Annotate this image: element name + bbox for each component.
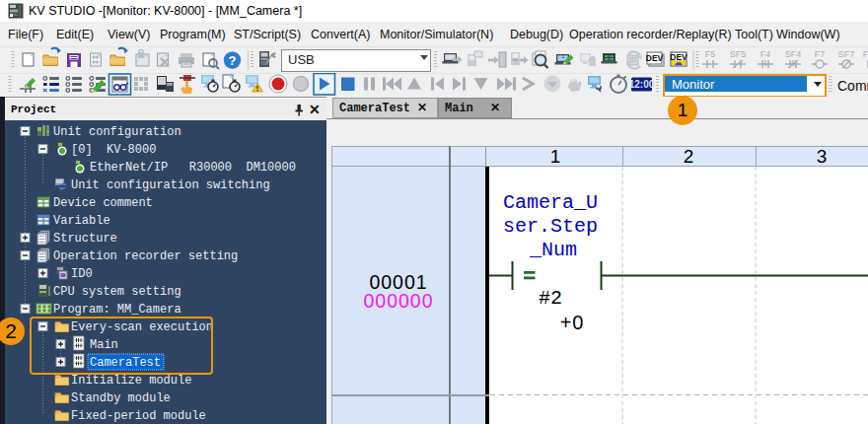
svg-text:Standby module: Standby module — [71, 391, 171, 405]
svg-text:F8: F8 — [863, 49, 868, 59]
svg-text:SF4: SF4 — [785, 49, 802, 59]
svg-text:Device comment: Device comment — [53, 196, 153, 210]
svg-text:?: ? — [229, 53, 237, 68]
svg-text:Structure: Structure — [53, 232, 117, 246]
svg-text:F4: F4 — [760, 49, 771, 59]
svg-text:Unit configuration switching: Unit configuration switching — [71, 178, 270, 192]
svg-text:SF7: SF7 — [838, 49, 855, 59]
svg-text:Initialize module: Initialize module — [71, 374, 191, 388]
svg-text:F7: F7 — [815, 49, 826, 59]
svg-text:Operation recorder setting: Operation recorder setting — [53, 249, 238, 263]
svg-text:Fixed-period module: Fixed-period module — [71, 409, 206, 423]
svg-text:Variable: Variable — [53, 214, 110, 228]
svg-text:EtherNet/IP R30000 DM10000: EtherNet/IP R30000 DM10000 — [90, 161, 296, 175]
svg-text:Program: MM_Camera: Program: MM_Camera — [53, 303, 181, 317]
svg-text:12:00: 12:00 — [629, 79, 655, 90]
svg-text:DEV: DEV — [646, 53, 664, 63]
svg-text:CPU system setting: CPU system setting — [53, 285, 181, 299]
svg-text:ID0: ID0 — [71, 267, 93, 281]
svg-text:SF5: SF5 — [730, 49, 747, 59]
svg-text:Unit configuration: Unit configuration — [53, 125, 181, 139]
svg-text:[0] KV-8000: [0] KV-8000 — [71, 143, 156, 157]
svg-text:F5: F5 — [705, 49, 716, 59]
